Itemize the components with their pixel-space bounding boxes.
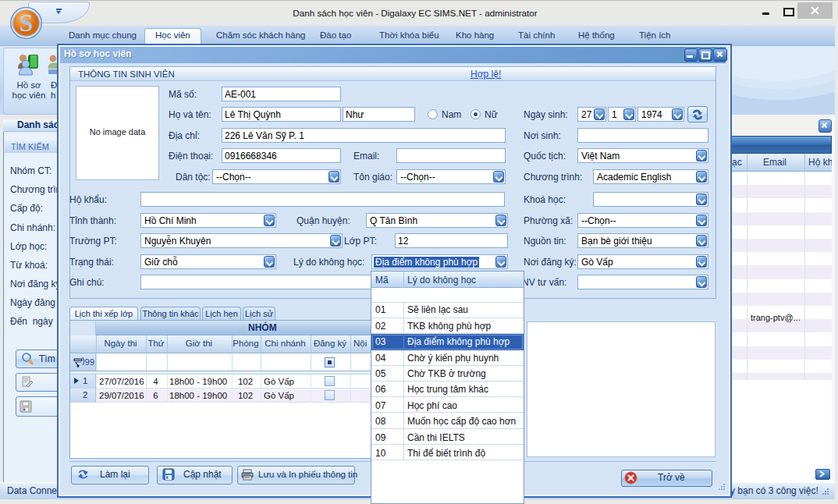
svg-text:S: S bbox=[20, 9, 33, 37]
